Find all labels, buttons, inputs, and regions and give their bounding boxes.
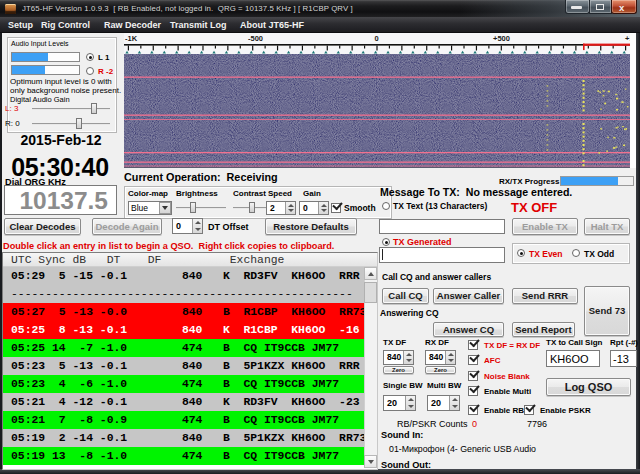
- svg-text:-1K: -1K: [125, 34, 138, 43]
- svg-text:-500: -500: [248, 34, 263, 43]
- svg-text:+500: +500: [493, 34, 510, 43]
- svg-text:0: 0: [375, 34, 379, 43]
